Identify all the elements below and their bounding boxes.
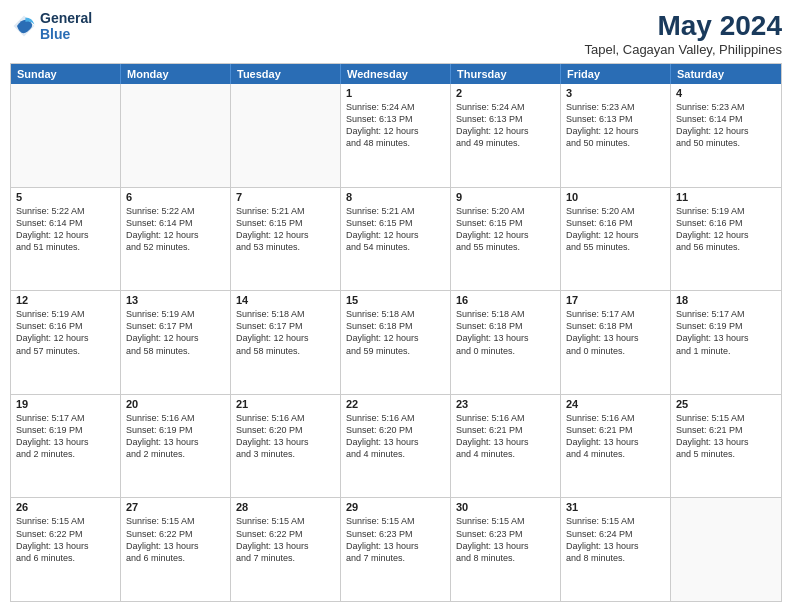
- calendar-header: Sunday Monday Tuesday Wednesday Thursday…: [11, 64, 781, 84]
- calendar-cell: [231, 84, 341, 187]
- day-number: 22: [346, 398, 445, 410]
- cell-info: Sunrise: 5:24 AMSunset: 6:13 PMDaylight:…: [456, 101, 555, 150]
- cell-info: Sunrise: 5:23 AMSunset: 6:13 PMDaylight:…: [566, 101, 665, 150]
- day-number: 9: [456, 191, 555, 203]
- subtitle: Tapel, Cagayan Valley, Philippines: [584, 42, 782, 57]
- logo-icon: [10, 12, 38, 40]
- day-number: 23: [456, 398, 555, 410]
- calendar-cell: 3Sunrise: 5:23 AMSunset: 6:13 PMDaylight…: [561, 84, 671, 187]
- calendar-cell: 27Sunrise: 5:15 AMSunset: 6:22 PMDayligh…: [121, 498, 231, 601]
- calendar-cell: 14Sunrise: 5:18 AMSunset: 6:17 PMDayligh…: [231, 291, 341, 394]
- day-number: 18: [676, 294, 776, 306]
- day-number: 26: [16, 501, 115, 513]
- calendar-cell: 18Sunrise: 5:17 AMSunset: 6:19 PMDayligh…: [671, 291, 781, 394]
- cell-info: Sunrise: 5:15 AMSunset: 6:23 PMDaylight:…: [456, 515, 555, 564]
- cell-info: Sunrise: 5:15 AMSunset: 6:23 PMDaylight:…: [346, 515, 445, 564]
- cell-info: Sunrise: 5:15 AMSunset: 6:21 PMDaylight:…: [676, 412, 776, 461]
- calendar-row: 5Sunrise: 5:22 AMSunset: 6:14 PMDaylight…: [11, 187, 781, 291]
- day-number: 27: [126, 501, 225, 513]
- cell-info: Sunrise: 5:18 AMSunset: 6:18 PMDaylight:…: [456, 308, 555, 357]
- calendar-cell: 25Sunrise: 5:15 AMSunset: 6:21 PMDayligh…: [671, 395, 781, 498]
- logo-text: General Blue: [40, 10, 92, 42]
- calendar-cell: 11Sunrise: 5:19 AMSunset: 6:16 PMDayligh…: [671, 188, 781, 291]
- header-saturday: Saturday: [671, 64, 781, 84]
- cell-info: Sunrise: 5:19 AMSunset: 6:16 PMDaylight:…: [16, 308, 115, 357]
- cell-info: Sunrise: 5:16 AMSunset: 6:20 PMDaylight:…: [236, 412, 335, 461]
- calendar-cell: 23Sunrise: 5:16 AMSunset: 6:21 PMDayligh…: [451, 395, 561, 498]
- cell-info: Sunrise: 5:17 AMSunset: 6:19 PMDaylight:…: [16, 412, 115, 461]
- day-number: 15: [346, 294, 445, 306]
- day-number: 6: [126, 191, 225, 203]
- cell-info: Sunrise: 5:24 AMSunset: 6:13 PMDaylight:…: [346, 101, 445, 150]
- day-number: 17: [566, 294, 665, 306]
- header-tuesday: Tuesday: [231, 64, 341, 84]
- title-area: May 2024 Tapel, Cagayan Valley, Philippi…: [584, 10, 782, 57]
- cell-info: Sunrise: 5:18 AMSunset: 6:18 PMDaylight:…: [346, 308, 445, 357]
- calendar-cell: 5Sunrise: 5:22 AMSunset: 6:14 PMDaylight…: [11, 188, 121, 291]
- cell-info: Sunrise: 5:19 AMSunset: 6:17 PMDaylight:…: [126, 308, 225, 357]
- calendar-cell: 17Sunrise: 5:17 AMSunset: 6:18 PMDayligh…: [561, 291, 671, 394]
- day-number: 24: [566, 398, 665, 410]
- calendar-row: 19Sunrise: 5:17 AMSunset: 6:19 PMDayligh…: [11, 394, 781, 498]
- calendar-cell: 15Sunrise: 5:18 AMSunset: 6:18 PMDayligh…: [341, 291, 451, 394]
- calendar-cell: 31Sunrise: 5:15 AMSunset: 6:24 PMDayligh…: [561, 498, 671, 601]
- day-number: 2: [456, 87, 555, 99]
- header-wednesday: Wednesday: [341, 64, 451, 84]
- cell-info: Sunrise: 5:21 AMSunset: 6:15 PMDaylight:…: [346, 205, 445, 254]
- page: General Blue May 2024 Tapel, Cagayan Val…: [0, 0, 792, 612]
- calendar-cell: [671, 498, 781, 601]
- cell-info: Sunrise: 5:15 AMSunset: 6:22 PMDaylight:…: [236, 515, 335, 564]
- cell-info: Sunrise: 5:15 AMSunset: 6:22 PMDaylight:…: [16, 515, 115, 564]
- calendar-cell: 12Sunrise: 5:19 AMSunset: 6:16 PMDayligh…: [11, 291, 121, 394]
- cell-info: Sunrise: 5:16 AMSunset: 6:19 PMDaylight:…: [126, 412, 225, 461]
- calendar-cell: 29Sunrise: 5:15 AMSunset: 6:23 PMDayligh…: [341, 498, 451, 601]
- day-number: 3: [566, 87, 665, 99]
- calendar-cell: 2Sunrise: 5:24 AMSunset: 6:13 PMDaylight…: [451, 84, 561, 187]
- day-number: 21: [236, 398, 335, 410]
- calendar-cell: [121, 84, 231, 187]
- cell-info: Sunrise: 5:15 AMSunset: 6:22 PMDaylight:…: [126, 515, 225, 564]
- calendar-row: 26Sunrise: 5:15 AMSunset: 6:22 PMDayligh…: [11, 497, 781, 601]
- day-number: 7: [236, 191, 335, 203]
- cell-info: Sunrise: 5:16 AMSunset: 6:21 PMDaylight:…: [456, 412, 555, 461]
- day-number: 12: [16, 294, 115, 306]
- header-thursday: Thursday: [451, 64, 561, 84]
- calendar-cell: 24Sunrise: 5:16 AMSunset: 6:21 PMDayligh…: [561, 395, 671, 498]
- cell-info: Sunrise: 5:17 AMSunset: 6:18 PMDaylight:…: [566, 308, 665, 357]
- cell-info: Sunrise: 5:19 AMSunset: 6:16 PMDaylight:…: [676, 205, 776, 254]
- day-number: 31: [566, 501, 665, 513]
- day-number: 19: [16, 398, 115, 410]
- calendar-cell: 10Sunrise: 5:20 AMSunset: 6:16 PMDayligh…: [561, 188, 671, 291]
- header: General Blue May 2024 Tapel, Cagayan Val…: [10, 10, 782, 57]
- calendar-cell: 21Sunrise: 5:16 AMSunset: 6:20 PMDayligh…: [231, 395, 341, 498]
- calendar-cell: 28Sunrise: 5:15 AMSunset: 6:22 PMDayligh…: [231, 498, 341, 601]
- cell-info: Sunrise: 5:21 AMSunset: 6:15 PMDaylight:…: [236, 205, 335, 254]
- calendar-row: 12Sunrise: 5:19 AMSunset: 6:16 PMDayligh…: [11, 290, 781, 394]
- day-number: 4: [676, 87, 776, 99]
- day-number: 30: [456, 501, 555, 513]
- cell-info: Sunrise: 5:18 AMSunset: 6:17 PMDaylight:…: [236, 308, 335, 357]
- cell-info: Sunrise: 5:20 AMSunset: 6:15 PMDaylight:…: [456, 205, 555, 254]
- day-number: 5: [16, 191, 115, 203]
- calendar-cell: 20Sunrise: 5:16 AMSunset: 6:19 PMDayligh…: [121, 395, 231, 498]
- calendar-body: 1Sunrise: 5:24 AMSunset: 6:13 PMDaylight…: [11, 84, 781, 601]
- calendar-cell: 16Sunrise: 5:18 AMSunset: 6:18 PMDayligh…: [451, 291, 561, 394]
- day-number: 25: [676, 398, 776, 410]
- cell-info: Sunrise: 5:16 AMSunset: 6:21 PMDaylight:…: [566, 412, 665, 461]
- logo: General Blue: [10, 10, 92, 42]
- day-number: 10: [566, 191, 665, 203]
- day-number: 29: [346, 501, 445, 513]
- cell-info: Sunrise: 5:17 AMSunset: 6:19 PMDaylight:…: [676, 308, 776, 357]
- calendar-cell: 7Sunrise: 5:21 AMSunset: 6:15 PMDaylight…: [231, 188, 341, 291]
- cell-info: Sunrise: 5:15 AMSunset: 6:24 PMDaylight:…: [566, 515, 665, 564]
- calendar-cell: [11, 84, 121, 187]
- cell-info: Sunrise: 5:22 AMSunset: 6:14 PMDaylight:…: [16, 205, 115, 254]
- calendar-cell: 9Sunrise: 5:20 AMSunset: 6:15 PMDaylight…: [451, 188, 561, 291]
- calendar-cell: 13Sunrise: 5:19 AMSunset: 6:17 PMDayligh…: [121, 291, 231, 394]
- cell-info: Sunrise: 5:16 AMSunset: 6:20 PMDaylight:…: [346, 412, 445, 461]
- day-number: 20: [126, 398, 225, 410]
- cell-info: Sunrise: 5:22 AMSunset: 6:14 PMDaylight:…: [126, 205, 225, 254]
- calendar-cell: 1Sunrise: 5:24 AMSunset: 6:13 PMDaylight…: [341, 84, 451, 187]
- main-title: May 2024: [584, 10, 782, 42]
- day-number: 11: [676, 191, 776, 203]
